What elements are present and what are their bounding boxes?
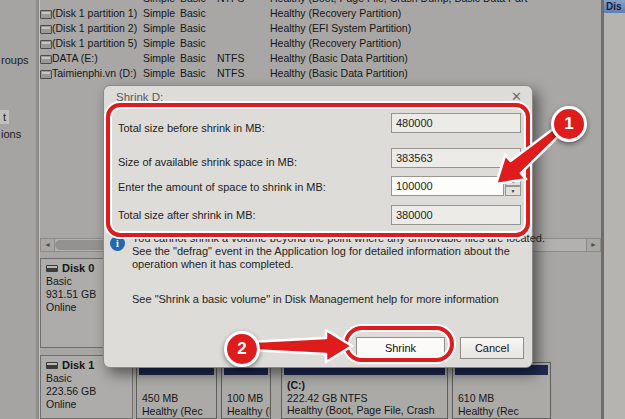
volume-layout: Simple	[143, 6, 175, 21]
actions-panel-header[interactable]: Dis	[604, 0, 625, 13]
volume-status: Healthy (Basic Data Partition)	[270, 51, 600, 66]
tree-item-groups[interactable]: roups	[1, 54, 29, 66]
volume-type: Basic	[180, 66, 206, 81]
volume-row-data-e[interactable]: DATA (E:) Simple Basic NTFS Healthy (Bas…	[40, 51, 601, 66]
disk-size: 223.56 GB	[46, 385, 132, 398]
volume-layout: Simple	[143, 51, 175, 66]
info-icon: i	[110, 236, 125, 251]
partition-status: Healthy (Boot, Page File, Crash	[287, 404, 435, 417]
volume-row-taimienphi-d[interactable]: Taimienphi.vn (D:) Simple Basic NTFS Hea…	[40, 66, 601, 81]
volume-row-partition2[interactable]: (Disk 1 partition 2) Simple Basic Health…	[40, 21, 601, 36]
console-tree-panel: roups t ions	[0, 0, 36, 419]
help-text-line: See "Shrink a basic volume" in Disk Mana…	[132, 293, 499, 305]
volume-status: Healthy (Basic Data Partition)	[270, 66, 600, 81]
disk-type: Basic	[46, 372, 132, 385]
tree-item-disk-management[interactable]: t	[0, 110, 9, 124]
info-text-line: See the "defrag" event in the Applicatio…	[132, 245, 510, 257]
partition-450mb[interactable]: 450 MB Healthy (Rec	[136, 362, 217, 419]
actions-panel: Dis	[604, 0, 625, 419]
volume-layout: Simple	[143, 66, 175, 81]
partition-size: 100 MB	[227, 392, 271, 405]
volume-status: Healthy (EFI System Partition)	[270, 21, 600, 36]
partition-size: 222.42 GB NTFS	[287, 392, 435, 405]
step-2-badge: 2	[224, 331, 260, 367]
disk-icon	[46, 265, 58, 272]
volume-icon	[40, 10, 52, 19]
dialog-title: Shrink D:	[116, 91, 163, 103]
annotation-oval	[344, 326, 454, 362]
cancel-button[interactable]: Cancel	[460, 337, 524, 359]
volume-type: Basic	[180, 51, 206, 66]
close-icon[interactable]: ✕	[511, 89, 522, 104]
partition-title: (C:)	[287, 379, 435, 392]
partition-size: 450 MB	[142, 392, 203, 405]
scroll-right-icon[interactable]: ►	[586, 239, 600, 251]
disk-status: Online	[46, 398, 132, 411]
volume-icon	[40, 70, 52, 79]
partition-100mb[interactable]: 100 MB Healthy (E	[221, 362, 271, 419]
partition-status: Healthy (Rec	[142, 405, 203, 418]
volume-layout: Simple	[143, 36, 175, 51]
volume-status: Healthy (Recovery Partition)	[270, 6, 600, 21]
volume-type: Basic	[180, 6, 206, 21]
volume-icon	[40, 55, 52, 64]
tree-item-services[interactable]: ions	[1, 128, 21, 140]
volume-type: Basic	[180, 21, 206, 36]
disk-icon	[46, 362, 58, 369]
volume-icon	[40, 40, 52, 49]
volume-fs: NTFS	[217, 51, 244, 66]
partition-610mb[interactable]: 610 MB Healthy (Rec	[452, 362, 551, 419]
partition-status: Healthy (E	[227, 405, 271, 418]
volume-row-partition1[interactable]: (Disk 1 partition 1) Simple Basic Health…	[40, 6, 601, 21]
volume-layout: Simple	[143, 21, 175, 36]
partition-c[interactable]: (C:) 222.42 GB NTFS Healthy (Boot, Page …	[281, 362, 448, 419]
scroll-left-icon[interactable]: ◄	[41, 239, 55, 251]
volume-status: Healthy (Recovery Partition)	[270, 36, 600, 51]
step-1-badge: 1	[551, 106, 587, 142]
annotation-rectangle	[106, 103, 530, 237]
info-text-line: operation when it has completed.	[132, 258, 293, 270]
volume-icon	[40, 25, 52, 34]
volume-fs: NTFS	[217, 66, 244, 81]
volume-row-partition5[interactable]: (Disk 1 partition 5) Simple Basic Health…	[40, 36, 601, 51]
disk-management-window: roups t ions Simple Basic NTFS Healthy (…	[0, 0, 625, 419]
volume-type: Basic	[180, 36, 206, 51]
partition-status: Healthy (Rec	[458, 405, 519, 418]
partition-size: 610 MB	[458, 392, 519, 405]
